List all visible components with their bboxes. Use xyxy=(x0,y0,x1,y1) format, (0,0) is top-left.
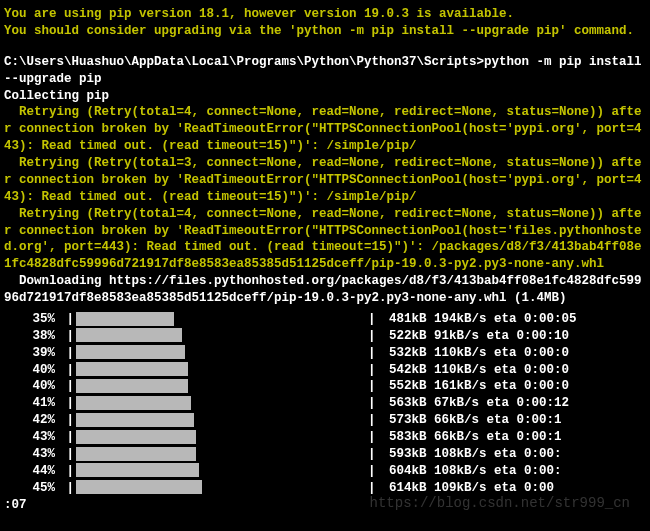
downloading-line: Downloading https://files.pythonhosted.o… xyxy=(4,273,646,307)
pipe-char: | xyxy=(368,463,383,480)
progress-bar-fill xyxy=(76,413,194,427)
progress-bar-fill xyxy=(76,447,196,461)
progress-row: 39% || 532kB 110kB/s eta 0:00:0 xyxy=(4,345,646,362)
pipe-char: | xyxy=(59,395,74,412)
progress-percent: 35% xyxy=(4,311,59,328)
progress-percent: 41% xyxy=(4,395,59,412)
pipe-char: | xyxy=(59,345,74,362)
progress-bar-fill xyxy=(76,362,188,376)
progress-row: 45% || 614kB 109kB/s eta 0:00 xyxy=(4,480,646,497)
pipe-char: | xyxy=(59,446,74,463)
progress-bar xyxy=(76,446,366,463)
progress-row: 44% || 604kB 108kB/s eta 0:00: xyxy=(4,463,646,480)
progress-bar xyxy=(76,412,366,429)
progress-row: 42% || 573kB 66kB/s eta 0:00:1 xyxy=(4,412,646,429)
pipe-char: | xyxy=(368,328,383,345)
progress-row: 35% || 481kB 194kB/s eta 0:00:05 xyxy=(4,311,646,328)
progress-row: 40% || 542kB 110kB/s eta 0:00:0 xyxy=(4,362,646,379)
progress-stats: 563kB 67kB/s eta 0:00:12 xyxy=(383,395,569,412)
progress-row: 40% || 552kB 161kB/s eta 0:00:0 xyxy=(4,378,646,395)
pipe-char: | xyxy=(368,395,383,412)
progress-percent: 45% xyxy=(4,480,59,497)
pipe-char: | xyxy=(59,463,74,480)
retry-message: Retrying (Retry(total=4, connect=None, r… xyxy=(4,206,646,274)
progress-stats: 522kB 91kB/s eta 0:00:10 xyxy=(383,328,569,345)
pipe-char: | xyxy=(59,412,74,429)
progress-bar-fill xyxy=(76,480,202,494)
progress-stats: 593kB 108kB/s eta 0:00: xyxy=(383,446,562,463)
progress-stats: 532kB 110kB/s eta 0:00:0 xyxy=(383,345,569,362)
progress-bar-fill xyxy=(76,396,191,410)
pipe-char: | xyxy=(368,311,383,328)
progress-bar xyxy=(76,378,366,395)
pip-version-warning: You are using pip version 18.1, however … xyxy=(4,6,646,23)
progress-bar xyxy=(76,328,366,345)
pipe-char: | xyxy=(368,429,383,446)
pipe-char: | xyxy=(59,328,74,345)
pipe-char: | xyxy=(59,378,74,395)
progress-bar xyxy=(76,345,366,362)
progress-bar-fill xyxy=(76,463,199,477)
progress-bar xyxy=(76,395,366,412)
progress-bar xyxy=(76,463,366,480)
progress-stats: 481kB 194kB/s eta 0:00:05 xyxy=(383,311,577,328)
progress-bar xyxy=(76,480,366,497)
pipe-char: | xyxy=(368,480,383,497)
progress-bar-fill xyxy=(76,328,182,342)
pipe-char: | xyxy=(59,429,74,446)
progress-stats: 583kB 66kB/s eta 0:00:1 xyxy=(383,429,562,446)
pipe-char: | xyxy=(368,362,383,379)
collecting-line: Collecting pip xyxy=(4,88,646,105)
progress-stats: 614kB 109kB/s eta 0:00 xyxy=(383,480,554,497)
progress-stats: 552kB 161kB/s eta 0:00:0 xyxy=(383,378,569,395)
pip-upgrade-suggestion: You should consider upgrading via the 'p… xyxy=(4,23,646,40)
progress-percent: 40% xyxy=(4,378,59,395)
progress-stats: 573kB 66kB/s eta 0:00:1 xyxy=(383,412,562,429)
progress-stats: 542kB 110kB/s eta 0:00:0 xyxy=(383,362,569,379)
progress-stats: 604kB 108kB/s eta 0:00: xyxy=(383,463,562,480)
progress-percent: 43% xyxy=(4,429,59,446)
trailing-text: :07 xyxy=(4,497,646,514)
progress-row: 38% || 522kB 91kB/s eta 0:00:10 xyxy=(4,328,646,345)
progress-bar-fill xyxy=(76,430,196,444)
progress-percent: 39% xyxy=(4,345,59,362)
progress-section: 35% || 481kB 194kB/s eta 0:00:0538% || 5… xyxy=(4,311,646,497)
command-prompt-line: C:\Users\Huashuo\AppData\Local\Programs\… xyxy=(4,54,646,88)
progress-percent: 38% xyxy=(4,328,59,345)
retry-message: Retrying (Retry(total=4, connect=None, r… xyxy=(4,104,646,155)
pipe-char: | xyxy=(59,362,74,379)
pipe-char: | xyxy=(368,378,383,395)
progress-percent: 40% xyxy=(4,362,59,379)
pipe-char: | xyxy=(59,480,74,497)
progress-row: 43% || 583kB 66kB/s eta 0:00:1 xyxy=(4,429,646,446)
progress-percent: 43% xyxy=(4,446,59,463)
progress-bar xyxy=(76,362,366,379)
pipe-char: | xyxy=(368,345,383,362)
progress-row: 43% || 593kB 108kB/s eta 0:00: xyxy=(4,446,646,463)
progress-bar-fill xyxy=(76,312,174,326)
pipe-char: | xyxy=(59,311,74,328)
progress-percent: 44% xyxy=(4,463,59,480)
progress-percent: 42% xyxy=(4,412,59,429)
progress-bar xyxy=(76,311,366,328)
progress-bar-fill xyxy=(76,379,188,393)
pipe-char: | xyxy=(368,412,383,429)
retry-message: Retrying (Retry(total=3, connect=None, r… xyxy=(4,155,646,206)
progress-row: 41% || 563kB 67kB/s eta 0:00:12 xyxy=(4,395,646,412)
pipe-char: | xyxy=(368,446,383,463)
prompt-path: C:\Users\Huashuo\AppData\Local\Programs\… xyxy=(4,55,484,69)
progress-bar xyxy=(76,429,366,446)
progress-bar-fill xyxy=(76,345,185,359)
